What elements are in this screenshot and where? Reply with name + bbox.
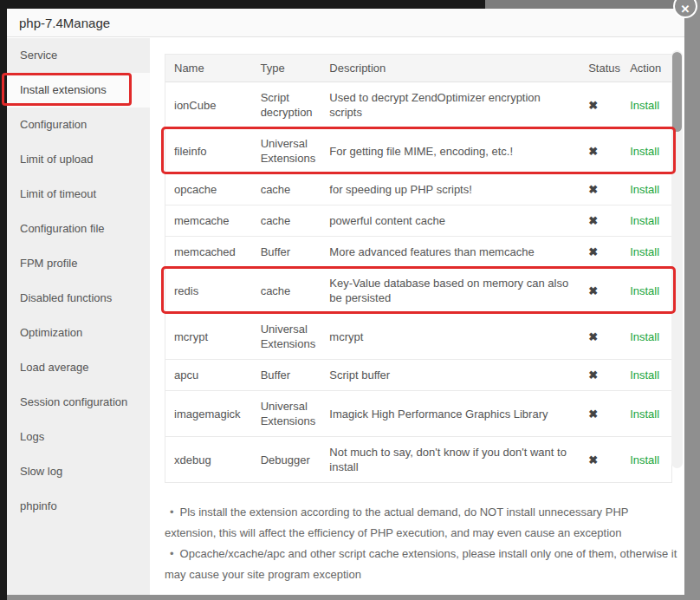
extension-type: cache	[261, 174, 330, 205]
sidebar-item-configuration-file[interactable]: Configuration file	[7, 212, 150, 246]
extension-description: For getting file MIME, encoding, etc.!	[329, 136, 581, 166]
note-text: Opcache/xcache/apc and other script cach…	[165, 547, 677, 581]
extension-type: Buffer	[261, 360, 330, 390]
sidebar-item-slow-log[interactable]: Slow log	[7, 454, 150, 489]
extension-type: cache	[261, 276, 330, 306]
extension-name: memcached	[165, 237, 261, 267]
install-button[interactable]: Install	[630, 214, 659, 227]
install-button[interactable]: Install	[630, 368, 659, 382]
extension-type: Debugger	[261, 445, 330, 475]
not-installed-icon: ✖	[588, 245, 598, 258]
table-row: memcached Buffer More advanced features …	[165, 237, 671, 268]
column-header-type: Type	[261, 55, 330, 82]
table-row: imagemagick Universal Extensions Imagick…	[165, 391, 671, 437]
sidebar-item-configuration[interactable]: Configuration	[7, 108, 150, 142]
not-installed-icon: ✖	[588, 453, 598, 466]
sidebar-item-label: Logs	[20, 430, 44, 443]
install-button[interactable]: Install	[630, 145, 659, 158]
sidebar-item-label: Load average	[20, 361, 89, 374]
extensions-table: Name Type Description Status Action ionC…	[165, 54, 672, 483]
dimmed-page-background	[485, 0, 700, 9]
extension-description: powerful content cache	[329, 205, 581, 236]
sidebar-item-label: Optimization	[20, 326, 82, 339]
install-button[interactable]: Install	[630, 408, 659, 421]
extension-description: for speeding up PHP scripts!	[329, 174, 581, 205]
sidebar-item-service[interactable]: Service	[7, 38, 150, 73]
extension-type: Universal Extensions	[261, 391, 330, 436]
sidebar-item-phpinfo[interactable]: phpinfo	[7, 489, 150, 524]
scrollbar[interactable]	[671, 50, 683, 468]
table-row: opcache cache for speeding up PHP script…	[165, 174, 671, 205]
table-row: fileinfo Universal Extensions For gettin…	[165, 128, 671, 174]
sidebar-item-logs[interactable]: Logs	[7, 420, 150, 454]
sidebar-item-label: Limit of timeout	[20, 187, 96, 200]
extension-description: Key-Value database based on memory can a…	[329, 268, 581, 313]
sidebar-item-limit-of-timeout[interactable]: Limit of timeout	[7, 177, 150, 212]
column-header-name: Name	[165, 55, 261, 82]
table-row: xdebug Debugger Not much to say, don't k…	[165, 437, 671, 482]
php-manage-dialog: php-7.4Manage Service Install extensions…	[7, 9, 684, 595]
sidebar-item-label: Install extensions	[20, 83, 107, 96]
dimmed-page-background	[7, 595, 700, 600]
extension-type: Buffer	[261, 237, 330, 267]
extension-description: Script buffer	[329, 360, 581, 390]
extension-description: Used to decrypt ZendOptimizer encryption…	[329, 82, 581, 127]
bullet-icon: •	[170, 505, 174, 518]
column-header-description: Description	[329, 55, 581, 82]
page-background: php-7.4Manage Service Install extensions…	[0, 0, 700, 600]
dimmed-page-background	[684, 0, 700, 600]
sidebar-item-label: Service	[20, 49, 57, 62]
table-row: mcrypt Universal Extensions mcrypt ✖ Ins…	[165, 314, 671, 360]
sidebar-item-label: Configuration file	[20, 222, 105, 235]
extension-name: mcrypt	[165, 322, 261, 352]
bullet-icon: •	[170, 547, 174, 560]
extension-name: opcache	[165, 174, 261, 205]
extension-name: imagemagick	[165, 399, 261, 429]
extension-type: Universal Extensions	[261, 314, 330, 359]
dialog-title: php-7.4Manage	[19, 16, 110, 30]
not-installed-icon: ✖	[588, 183, 598, 196]
not-installed-icon: ✖	[588, 214, 598, 227]
extension-type: Universal Extensions	[261, 128, 330, 173]
note-text: Pls install the extension according to t…	[165, 505, 628, 539]
sidebar-item-install-extensions[interactable]: Install extensions	[7, 73, 150, 108]
not-installed-icon: ✖	[588, 99, 598, 112]
sidebar-item-load-average[interactable]: Load average	[7, 350, 150, 385]
extension-name: redis	[165, 276, 261, 306]
dialog-titlebar: php-7.4Manage	[7, 9, 684, 37]
sidebar-item-label: Session configuration	[20, 395, 127, 408]
sidebar-item-label: phpinfo	[20, 499, 57, 512]
install-button[interactable]: Install	[630, 183, 659, 196]
sidebar-item-label: Disabled functions	[20, 291, 112, 304]
extension-type: cache	[261, 205, 330, 236]
table-row: memcache cache powerful content cache ✖ …	[165, 205, 671, 237]
install-button[interactable]: Install	[630, 245, 659, 258]
close-icon: ✕	[681, 2, 690, 16]
column-header-status: Status	[581, 55, 619, 82]
sidebar-item-fpm-profile[interactable]: FPM profile	[7, 246, 150, 281]
sidebar-item-limit-of-upload[interactable]: Limit of upload	[7, 142, 150, 177]
column-header-action: Action	[619, 55, 671, 82]
note: •Pls install the extension according to …	[165, 502, 677, 544]
sidebar-item-label: Configuration	[20, 118, 87, 131]
sidebar-item-session-configuration[interactable]: Session configuration	[7, 385, 150, 420]
extension-name: ionCube	[165, 90, 261, 121]
sidebar-item-disabled-functions[interactable]: Disabled functions	[7, 281, 150, 316]
extension-name: memcache	[165, 205, 261, 236]
sidebar: Service Install extensions Configuration…	[7, 38, 150, 595]
extension-description: mcrypt	[329, 322, 581, 352]
scrollbar-thumb[interactable]	[672, 52, 682, 132]
sidebar-item-label: Slow log	[20, 465, 62, 478]
install-button[interactable]: Install	[630, 99, 659, 112]
extension-type: Script decryption	[261, 82, 330, 127]
install-button[interactable]: Install	[630, 284, 659, 297]
content-area: Name Type Description Status Action ionC…	[150, 38, 684, 595]
extension-description: Not much to say, don't know if you don't…	[329, 437, 581, 482]
not-installed-icon: ✖	[588, 330, 598, 343]
extension-name: apcu	[165, 360, 261, 390]
sidebar-item-optimization[interactable]: Optimization	[7, 316, 150, 350]
not-installed-icon: ✖	[588, 284, 598, 297]
install-button[interactable]: Install	[630, 453, 659, 466]
install-button[interactable]: Install	[630, 330, 659, 343]
not-installed-icon: ✖	[588, 368, 598, 382]
